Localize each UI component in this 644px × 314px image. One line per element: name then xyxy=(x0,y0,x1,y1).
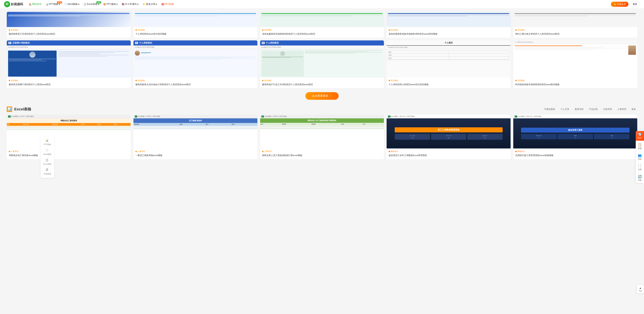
card-title: 蓝色经典商务风格市场销售求职简历word简历模板 xyxy=(389,32,508,36)
excel-card-info-4: 财务会计 超实用员工全年工资数据Excel管理系统 xyxy=(386,148,510,159)
nav-ppt-material[interactable]: 🎨 PPT素材 ▾ xyxy=(102,2,119,7)
nav-ppt[interactable]: 📊 PPT模板 host ▾ xyxy=(44,2,62,7)
category-dot xyxy=(389,80,390,81)
tab-more[interactable]: 更多 xyxy=(630,107,637,111)
collect-icon: 📋 xyxy=(638,143,642,147)
excel-section-icon: 📊 xyxy=(7,107,12,112)
card-thumb-3: W 个人求职简历 word格式/A4打印/内容可修改 xyxy=(260,41,384,78)
resume-section: 简历模板 极简销售类工作求职简历个人简历简历word简历 简历 xyxy=(7,12,637,100)
login-button[interactable]: 登录 xyxy=(630,2,640,7)
excel-thumb-4: A Excel模板丨省市公式丨内容可修改 员工工资数据管理系统 员工人数 --- xyxy=(386,115,510,148)
resume-card-2[interactable]: W 个人求职简历 word格式/A4打印/内容可修改 xyxy=(134,41,258,88)
right-sidebar-collect[interactable]: 📋 收藏 xyxy=(636,141,644,152)
nav-word[interactable]: 📄 Word模板 ▾ xyxy=(62,2,81,7)
upgrade-vip-button[interactable]: 👑 升级会员 xyxy=(611,2,628,7)
excel-card-2[interactable]: A Excel模板丨A4打印丨内容可修改 员工绩效考核表 考核项目 权重 得分 … xyxy=(134,115,258,159)
card-thumb xyxy=(134,12,258,27)
resume-card-partial-1[interactable]: 简历模板 极简销售类工作求职简历个人简历简历word简历 xyxy=(7,12,131,38)
resume-card-5[interactable]: 个人简历 Personal Résumé xyxy=(513,41,637,88)
category-dot xyxy=(9,30,10,31)
tab-product-ops[interactable]: 产品运营 xyxy=(588,107,599,111)
sidebar-nav-excel[interactable]: 📋 Excel表格 xyxy=(42,157,53,167)
right-sidebar-svip[interactable]: 💎 SVIP xyxy=(636,131,644,141)
resume-card-4[interactable]: 个人简历 word格式/A4打印/内容可修改 姓名 性别 学历 xyxy=(386,41,510,88)
resume-card-1[interactable]: W 互联网IT求职简历 word格式/A4打印/内容可修改 xyxy=(7,41,131,88)
resume-top-cards: 简历模板 极简销售类工作求职简历个人简历简历word简历 简历 xyxy=(7,12,637,38)
right-sidebar-friends[interactable]: 👥 友链 xyxy=(636,152,644,162)
tab-personal-daily[interactable]: 个人日常 xyxy=(559,107,571,111)
resume-card-partial-5[interactable]: 简历模板 简约人事行政主管简历个人简历简历word简历 xyxy=(513,12,637,38)
sidebar-nav-ppt[interactable]: 📊 PPT模板 xyxy=(42,138,53,147)
resume-card-partial-2[interactable]: 简历模板 个人求职简历word空白简历模板 xyxy=(134,12,258,38)
category-dot xyxy=(136,80,137,81)
tab-admin[interactable]: 行政管理 xyxy=(602,107,613,111)
card-info: 简历模板 蓝色经典商务风格市场销售求职简历word简历模板 xyxy=(386,27,510,38)
excel-card-1[interactable]: A Excel模板丨A4打印丨内容可修改 考勤自动工资结算表 姓名 基本工资 出… xyxy=(7,115,131,159)
excel-thumb-3: A Excel模板丨A4打印丨内容可修改 销售业务人员工资提成奖励计算跟踪表 姓… xyxy=(260,115,384,148)
card-title: 个人求职简历word空白简历模板 xyxy=(136,32,255,36)
friends-label: 友链 xyxy=(638,158,642,160)
excel-nav-icon: 📋 xyxy=(46,159,49,162)
chevron-icon: ▾ xyxy=(137,3,138,6)
excel-category-3: 人事管理 xyxy=(262,150,382,153)
crown-icon: 👑 xyxy=(614,3,616,6)
category-dot xyxy=(262,30,264,31)
tab-hr[interactable]: 人事管理 xyxy=(616,107,628,111)
nav-ppt-custom[interactable]: 🎯 PPT定制 xyxy=(160,2,176,7)
card-thumb-2: W 个人求职简历 word格式/A4打印/内容可修改 xyxy=(134,41,258,78)
category-label: 简历模板 xyxy=(264,79,272,82)
right-sidebar-fullscreen[interactable]: ⛶ 全屏 xyxy=(636,162,644,169)
logo[interactable]: 好 好易源码 xyxy=(4,1,23,7)
sidebar-quick-nav: 📊 PPT模板 📄 Word模板 📋 Excel表格 🎵 音效模板 xyxy=(40,136,54,169)
excel-card-title-5: 实用的行政工资管理系统excel表格模板 xyxy=(515,154,635,157)
nav-home[interactable]: 🏠 网站首页 xyxy=(27,2,43,7)
category-label: 简历模板 xyxy=(517,79,525,82)
sidebar-nav-word[interactable]: 📄 Word模板 xyxy=(42,147,53,157)
card-category: 简历模板 xyxy=(389,29,508,31)
tab-education[interactable]: 教育培训 xyxy=(574,107,585,111)
category-label: 简历模板 xyxy=(391,29,398,31)
category-dot xyxy=(9,80,10,81)
load-more-wrap: 点击查看更多 → xyxy=(7,92,637,100)
excel-category-2: 人事管理 xyxy=(136,150,255,153)
card-category: 简历模板 xyxy=(9,29,129,31)
category-label: 简历模板 xyxy=(138,79,145,82)
nav-course[interactable]: 📚 中小学课件 ▾ xyxy=(120,2,140,7)
card-title: 极简销售类工作求职简历个人简历简历word简历 xyxy=(9,32,129,36)
card-info-5: 简历模板 时尚线条风格市场营销求职简历word简历模板 xyxy=(513,78,637,88)
category-dot xyxy=(262,151,264,152)
excel-card-5[interactable]: A Excel模板丨省市公式丨内容可修改 超全实用工资表 基本工资 --- xyxy=(513,115,637,159)
excel-card-3[interactable]: A Excel模板丨A4打印丨内容可修改 销售业务人员工资提成奖励计算跟踪表 姓… xyxy=(260,115,384,159)
header-right: 👑 升级会员 登录 xyxy=(611,2,640,7)
sidebar-nav-audio[interactable]: 🎵 音效模板 xyxy=(42,167,53,169)
excel-card-info-5: 财务会计 实用的行政工资管理系统excel表格模板 xyxy=(513,148,637,159)
collect-label: 收藏 xyxy=(638,147,642,150)
excel-card-title-4: 超实用员工全年工资数据Excel管理系统 xyxy=(389,154,508,157)
resume-card-partial-4[interactable]: 简历模板 蓝色经典商务风格市场销售求职简历word简历模板 xyxy=(386,12,510,38)
main-content: 简历模板 极简销售类工作求职简历个人简历简历word简历 简历 xyxy=(0,9,644,169)
nav-excel[interactable]: 📋 Excel表格 new ▾ xyxy=(82,2,101,7)
material-icon: 🎨 xyxy=(103,3,106,6)
load-more-button[interactable]: 点击查看更多 → xyxy=(305,92,338,100)
card-title-2: 极简风财务文员出纳会计求职简历个人简历简历word简历 xyxy=(136,83,255,86)
category-dot xyxy=(262,80,264,81)
tab-visualizable[interactable]: 可视化图表 xyxy=(543,107,556,111)
svip-label: SVIP xyxy=(638,137,642,139)
card-category-1: 简历模板 xyxy=(9,79,129,82)
resume-card-3[interactable]: W 个人求职简历 word格式/A4打印/内容可修改 xyxy=(260,41,384,88)
resume-card-partial-3[interactable]: 简历模板 深灰色极简风市场营销求职简历个人简历简历word简历 xyxy=(260,12,384,38)
excel-category-1: 人事管理 xyxy=(9,150,129,153)
excel-card-info-3: 人事管理 销售业务人员工资提成奖励计算excel模板 xyxy=(260,148,384,159)
card-info-4: 简历模板 个人求职应聘入职简历word空白简历模板 xyxy=(386,78,510,88)
nav-more[interactable]: 📁 更多分类 ▾ xyxy=(141,2,159,7)
category-dot xyxy=(136,151,137,152)
card-thumb xyxy=(7,12,131,27)
excel-thumb-5: A Excel模板丨省市公式丨内容可修改 超全实用工资表 基本工资 --- xyxy=(513,115,637,148)
category-dot xyxy=(515,151,517,152)
diamond-icon: 💎 xyxy=(638,133,642,136)
category-label: 人事管理 xyxy=(11,150,18,153)
category-dot xyxy=(389,30,390,31)
excel-card-4[interactable]: A Excel模板丨省市公式丨内容可修改 员工工资数据管理系统 员工人数 --- xyxy=(386,115,510,159)
logo-icon: 好 xyxy=(4,1,10,7)
excel-category-4: 财务会计 xyxy=(389,150,508,153)
